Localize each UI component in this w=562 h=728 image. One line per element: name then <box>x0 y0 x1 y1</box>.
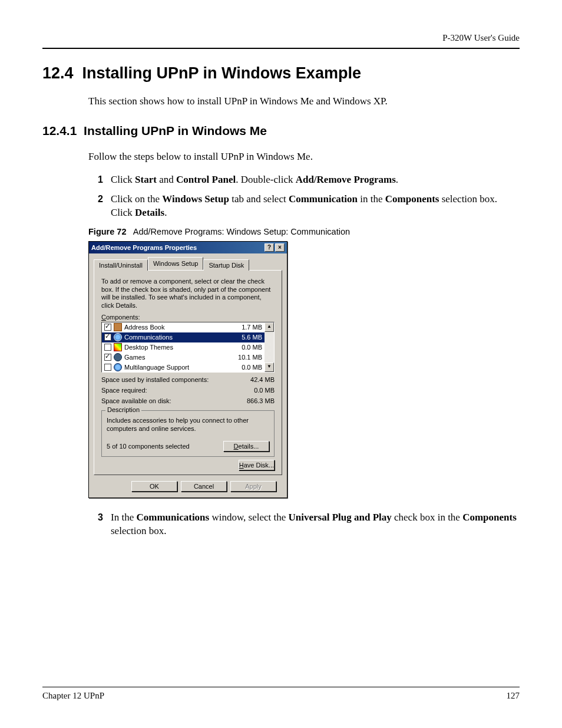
scroll-down-icon[interactable]: ▼ <box>265 363 274 372</box>
globe-icon <box>114 363 122 371</box>
instructions-text: To add or remove a component, select or … <box>101 278 275 310</box>
section-intro: This section shows how to install UPnP i… <box>88 95 520 107</box>
selected-count: 5 of 10 components selected <box>107 443 223 450</box>
space-available-row: Space available on disk:866.3 MB <box>101 397 275 404</box>
step-3: 3 In the Communications window, select t… <box>99 511 520 538</box>
tab-install-uninstall[interactable]: Install/Uninstall <box>94 259 148 271</box>
footer-rule <box>42 687 520 687</box>
scroll-up-icon[interactable]: ▲ <box>265 322 274 332</box>
header-rule <box>42 48 520 49</box>
list-item[interactable]: Address Book 1.7 MB <box>102 322 265 332</box>
apply-button[interactable]: Apply <box>230 481 276 492</box>
list-item[interactable]: Games 10.1 MB <box>102 353 265 363</box>
scroll-track[interactable] <box>265 332 274 363</box>
scrollbar[interactable]: ▲ ▼ <box>265 322 274 372</box>
space-required-row: Space required:0.0 MB <box>101 387 275 394</box>
footer-chapter: Chapter 12 UPnP <box>42 691 507 701</box>
section-heading: 12.4 Installing UPnP in Windows Example <box>42 64 520 83</box>
globe-icon <box>114 333 122 341</box>
components-label: Components: <box>101 314 275 321</box>
checkbox-icon[interactable] <box>104 354 111 361</box>
list-item[interactable]: Communications 5.6 MB <box>102 332 265 342</box>
book-icon <box>114 323 122 331</box>
dialog-titlebar[interactable]: Add/Remove Programs Properties ? × <box>89 242 287 253</box>
checkbox-icon[interactable] <box>104 334 111 341</box>
details-button[interactable]: Details... <box>223 441 269 452</box>
tab-startup-disk[interactable]: Startup Disk <box>203 259 249 271</box>
dialog-tabs: Install/Uninstall Windows Setup Startup … <box>94 257 282 270</box>
checkbox-icon[interactable] <box>104 324 111 331</box>
theme-icon <box>114 343 122 351</box>
ok-button[interactable]: OK <box>131 481 177 492</box>
description-group: Description Includes accessories to help… <box>101 410 275 457</box>
space-used-row: Space used by installed components:42.4 … <box>101 376 275 383</box>
description-legend: Description <box>105 406 141 413</box>
list-item[interactable]: Multilanguage Support 0.0 MB <box>102 363 265 372</box>
tab-panel: To add or remove a component, select or … <box>94 270 282 476</box>
dialog-add-remove-programs: Add/Remove Programs Properties ? × Insta… <box>88 241 287 499</box>
list-item[interactable]: Desktop Themes 0.0 MB <box>102 342 265 353</box>
subsection-heading: 12.4.1 Installing UPnP in Windows Me <box>42 124 520 138</box>
cancel-button[interactable]: Cancel <box>181 481 227 492</box>
description-text: Includes accessories to help you connect… <box>107 417 269 433</box>
dialog-title: Add/Remove Programs Properties <box>91 244 263 251</box>
step-2: 2 Click on the Windows Setup tab and sel… <box>99 193 520 220</box>
step-1: 1 Click Start and Control Panel. Double-… <box>99 173 520 187</box>
figure-caption: Figure 72 Add/Remove Programs: Windows S… <box>88 227 520 236</box>
checkbox-icon[interactable] <box>104 344 111 351</box>
game-icon <box>114 353 122 361</box>
subsection-intro: Follow the steps below to install UPnP i… <box>88 151 520 163</box>
header-guide-title: P-320W User's Guide <box>42 33 520 43</box>
footer-page-number: 127 <box>507 691 520 701</box>
close-button[interactable]: × <box>275 243 285 252</box>
have-disk-button[interactable]: Have Disk... <box>239 460 275 470</box>
checkbox-icon[interactable] <box>104 364 111 371</box>
tab-windows-setup[interactable]: Windows Setup <box>148 257 203 270</box>
help-button[interactable]: ? <box>265 243 274 252</box>
components-listbox[interactable]: Address Book 1.7 MB Communications 5.6 M… <box>101 322 275 373</box>
